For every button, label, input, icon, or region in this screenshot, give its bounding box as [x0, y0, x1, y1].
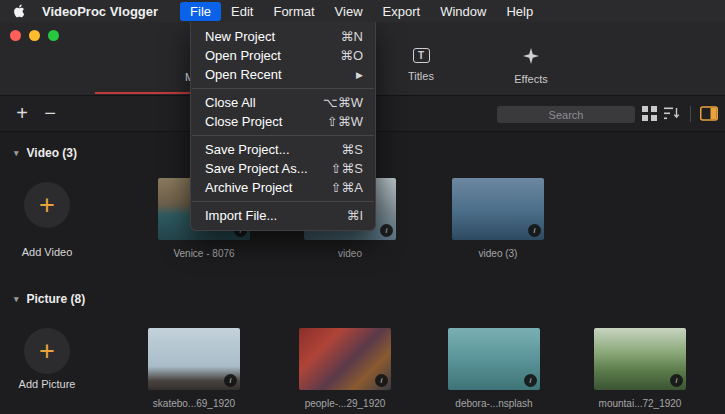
collapse-panel-icon[interactable] [700, 106, 718, 121]
menu-item-save-project-as[interactable]: Save Project As... ⇧⌘S [191, 159, 375, 178]
info-icon[interactable]: i [528, 224, 541, 237]
traffic-lights [10, 30, 59, 41]
info-icon[interactable]: i [670, 374, 683, 387]
menubar-item-export[interactable]: Export [373, 2, 431, 21]
menu-item-import-file[interactable]: Import File... ⌘I [191, 206, 375, 225]
menu-separator [192, 201, 374, 202]
menu-item-archive-project[interactable]: Archive Project ⇧⌘A [191, 178, 375, 197]
menu-item-open-project[interactable]: Open Project ⌘O [191, 46, 375, 65]
toolbar-divider [690, 106, 691, 122]
info-icon[interactable]: i [375, 374, 388, 387]
menubar-app-name[interactable]: VideoProc Vlogger [42, 4, 158, 19]
menubar-item-view[interactable]: View [325, 2, 373, 21]
file-dropdown-menu: New Project ⌘N Open Project ⌘O Open Rece… [190, 22, 376, 231]
menubar-item-help[interactable]: Help [496, 2, 543, 21]
info-icon[interactable]: i [224, 374, 237, 387]
add-video-button[interactable]: + [24, 182, 70, 228]
titles-icon: T [413, 48, 430, 63]
video-name: video (3) [438, 248, 558, 259]
sort-icon[interactable] [664, 106, 680, 121]
app-window: VideoProc Vlogger File Edit Format View … [0, 0, 725, 414]
close-window-button[interactable] [10, 30, 21, 41]
picture-name: mountai...72_1920 [580, 398, 700, 409]
apple-menu-icon[interactable] [12, 3, 26, 19]
menubar-item-file[interactable]: File [180, 2, 221, 21]
effects-star-icon [523, 48, 539, 66]
picture-thumbnail-people[interactable]: i [299, 328, 391, 390]
grid-view-icon[interactable] [642, 106, 657, 121]
collapse-video-icon[interactable]: ▾ [14, 148, 19, 158]
picture-name: skatebo...69_1920 [134, 398, 254, 409]
tab-effects[interactable]: Effects [495, 48, 567, 85]
picture-name: debora-...nsplash [434, 398, 554, 409]
menu-item-new-project[interactable]: New Project ⌘N [191, 27, 375, 46]
menu-item-save-project[interactable]: Save Project... ⌘S [191, 140, 375, 159]
menu-separator [192, 88, 374, 89]
info-icon[interactable]: i [524, 374, 537, 387]
video-name: Venice - 8076 [144, 248, 264, 259]
menu-item-open-recent[interactable]: Open Recent ▶ [191, 65, 375, 84]
picture-section-title: Picture (8) [27, 292, 86, 306]
add-picture-label: Add Picture [0, 378, 94, 390]
menu-item-close-all[interactable]: Close All ⌥⌘W [191, 93, 375, 112]
plus-icon: + [39, 336, 55, 367]
macos-menubar: VideoProc Vlogger File Edit Format View … [0, 0, 725, 22]
video-section-header[interactable]: ▾ Video (3) [14, 146, 77, 160]
minimize-window-button[interactable] [29, 30, 40, 41]
video-section-title: Video (3) [27, 146, 77, 160]
menubar-item-edit[interactable]: Edit [221, 2, 263, 21]
tab-titles[interactable]: T Titles [385, 48, 457, 82]
plus-icon: + [39, 190, 55, 221]
menu-separator [192, 135, 374, 136]
collapse-picture-icon[interactable]: ▾ [14, 294, 19, 304]
info-icon[interactable]: i [380, 224, 393, 237]
remove-media-button[interactable]: − [38, 98, 62, 128]
picture-section-header[interactable]: ▾ Picture (8) [14, 292, 85, 306]
zoom-window-button[interactable] [48, 30, 59, 41]
picture-thumbnail-debora[interactable]: i [448, 328, 540, 390]
picture-thumbnail-skateboard[interactable]: i [148, 328, 240, 390]
tab-titles-label: Titles [408, 70, 434, 82]
add-video-label: Add Video [0, 246, 94, 258]
video-name: video [290, 248, 410, 259]
tab-effects-label: Effects [514, 73, 547, 85]
add-picture-button[interactable]: + [24, 328, 70, 374]
picture-name: people-...29_1920 [285, 398, 405, 409]
menubar-item-format[interactable]: Format [263, 2, 324, 21]
add-media-button[interactable]: + [10, 98, 34, 128]
submenu-arrow-icon: ▶ [356, 70, 363, 80]
picture-thumbnail-mountain[interactable]: i [594, 328, 686, 390]
search-input[interactable] [497, 106, 635, 123]
menu-item-close-project[interactable]: Close Project ⇧⌘W [191, 112, 375, 131]
video-thumbnail-video-3[interactable]: i [452, 178, 544, 240]
menubar-item-window[interactable]: Window [430, 2, 496, 21]
